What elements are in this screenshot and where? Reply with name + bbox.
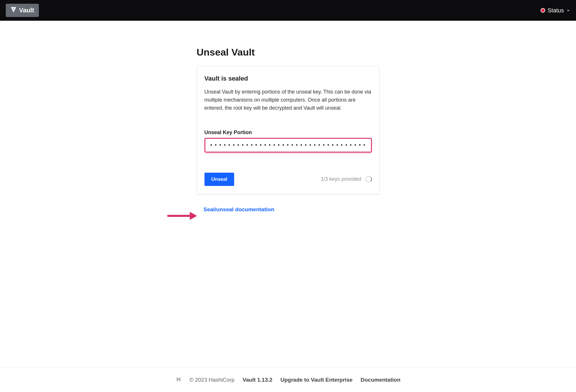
svg-point-5 (13, 10, 14, 10)
hashicorp-icon (176, 376, 181, 383)
keys-provided-text: 1/3 keys provided (321, 176, 361, 182)
svg-point-4 (14, 9, 14, 9)
svg-point-2 (14, 8, 15, 9)
progress-circle-icon (365, 176, 372, 182)
status-dropdown[interactable]: Status (541, 7, 570, 14)
svg-point-1 (13, 8, 14, 9)
unseal-card: Vault is sealed Unseal Vault by entering… (197, 66, 380, 194)
footer: © 2023 HashiCorp Vault 1.13.2 Upgrade to… (0, 368, 576, 392)
page-title: Unseal Vault (197, 47, 380, 58)
card-title: Vault is sealed (204, 75, 372, 82)
content-wrapper: Unseal Vault Vault is sealed Unseal Vaul… (197, 47, 380, 213)
input-wrapper (204, 138, 372, 153)
unseal-key-input[interactable] (204, 138, 372, 153)
footer-version: Vault 1.13.2 (242, 377, 272, 383)
card-description: Unseal Vault by entering portions of the… (204, 88, 372, 112)
main-content: Unseal Vault Vault is sealed Unseal Vaul… (0, 21, 576, 230)
vault-logo-text: Vault (19, 7, 34, 14)
vault-logo-icon (10, 7, 17, 14)
status-indicator-icon (541, 8, 545, 13)
seal-unseal-docs-link[interactable]: Seal/unseal documentation (204, 206, 274, 213)
unseal-key-label: Unseal Key Portion (204, 130, 372, 136)
svg-point-3 (13, 9, 14, 9)
footer-copyright: © 2023 HashiCorp (190, 377, 235, 383)
app-header: Vault Status (0, 0, 576, 21)
svg-point-0 (12, 8, 13, 9)
upgrade-link[interactable]: Upgrade to Vault Enterprise (281, 377, 353, 383)
documentation-link[interactable]: Documentation (361, 377, 400, 383)
arrow-annotation-icon (167, 210, 198, 222)
chevron-down-icon (566, 7, 570, 14)
card-footer: Unseal 1/3 keys provided (204, 173, 372, 186)
keys-status: 1/3 keys provided (321, 176, 372, 182)
vault-logo-button[interactable]: Vault (6, 4, 39, 17)
unseal-button[interactable]: Unseal (204, 173, 234, 186)
status-label: Status (547, 7, 564, 14)
